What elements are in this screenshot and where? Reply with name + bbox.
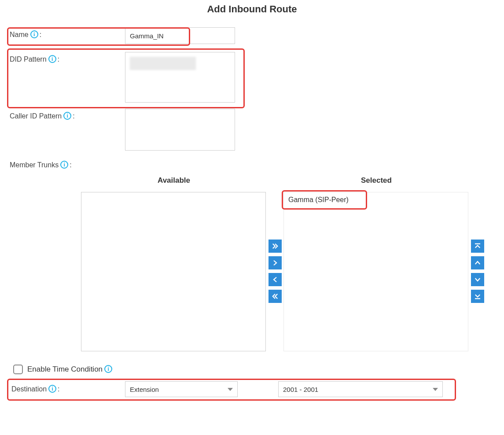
member-trunks-label-text: Member Trunks: [10, 161, 59, 169]
info-icon[interactable]: [104, 365, 112, 373]
move-down-button[interactable]: [471, 273, 484, 286]
available-header: Available: [81, 176, 267, 192]
caller-id-pattern-label-text: Caller ID Pattern: [10, 112, 62, 120]
did-pattern-label: DID Pattern :: [10, 52, 59, 63]
caller-id-pattern-input[interactable]: [125, 109, 235, 151]
destination-type-value: Extension: [130, 386, 159, 393]
remove-all-button[interactable]: [269, 290, 282, 303]
info-icon[interactable]: [60, 161, 68, 169]
enable-time-condition-text: Enable Time Condition: [27, 365, 103, 374]
destination-label: Destination :: [11, 385, 60, 393]
selected-list[interactable]: Gamma (SIP-Peer): [283, 192, 468, 351]
name-input[interactable]: [125, 27, 235, 44]
name-label-text: Name: [10, 31, 29, 39]
available-list[interactable]: [81, 192, 266, 351]
did-pattern-input[interactable]: [125, 52, 235, 103]
page-title: Add Inbound Route: [5, 4, 499, 15]
member-trunks-label: Member Trunks :: [10, 161, 72, 169]
move-top-button[interactable]: [471, 240, 484, 253]
caller-id-pattern-label: Caller ID Pattern :: [10, 109, 75, 120]
chevron-down-icon: [433, 388, 438, 391]
move-bottom-button[interactable]: [471, 290, 484, 303]
add-all-button[interactable]: [269, 240, 282, 253]
name-label: Name :: [10, 27, 41, 39]
info-icon[interactable]: [30, 30, 38, 38]
selected-header: Selected: [283, 176, 469, 192]
info-icon[interactable]: [63, 112, 71, 120]
destination-label-text: Destination: [11, 385, 47, 393]
destination-value-select[interactable]: 2001 - 2001: [278, 381, 443, 397]
list-item[interactable]: Gamma (SIP-Peer): [287, 195, 464, 205]
info-icon[interactable]: [48, 385, 56, 393]
info-icon[interactable]: [48, 55, 56, 63]
remove-button[interactable]: [269, 273, 282, 286]
destination-type-select[interactable]: Extension: [125, 381, 238, 397]
enable-time-condition-checkbox[interactable]: [13, 365, 23, 374]
destination-value-text: 2001 - 2001: [283, 386, 318, 393]
chevron-down-icon: [228, 388, 233, 391]
enable-time-condition-label: Enable Time Condition: [27, 365, 113, 374]
add-button[interactable]: [269, 256, 282, 269]
redacted-text: [130, 57, 196, 70]
did-pattern-label-text: DID Pattern: [10, 55, 47, 63]
move-up-button[interactable]: [471, 256, 484, 269]
